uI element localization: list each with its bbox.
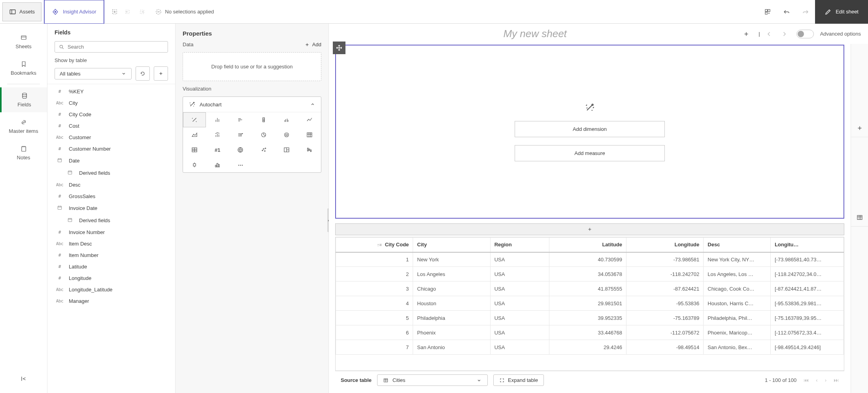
edit-sheet-button[interactable]: Edit sheet [815, 0, 868, 24]
rail-bookmarks[interactable]: Bookmarks [0, 56, 47, 81]
field-item[interactable]: #Longitude [47, 272, 175, 284]
vis-donut[interactable] [275, 127, 298, 142]
column-header[interactable]: Longitu… [770, 238, 843, 252]
vis-area[interactable] [183, 127, 206, 142]
no-selections: No selections applied [150, 8, 219, 15]
field-item[interactable]: #Cost [47, 120, 175, 132]
vis-map[interactable] [229, 142, 252, 157]
svg-point-80 [265, 148, 266, 149]
vis-kpi[interactable]: #1 [206, 142, 229, 157]
table-row[interactable]: 3ChicagoUSA41.875555-87.624421Chicago, C… [336, 282, 844, 296]
vis-bar-stacked[interactable] [252, 112, 275, 127]
add-object-below-button[interactable] [335, 223, 844, 235]
vis-line[interactable] [298, 112, 321, 127]
add-object-right-button[interactable] [851, 119, 868, 137]
table-filter-select[interactable]: All tables [55, 68, 132, 79]
visualization-object[interactable]: Add dimension Add measure [335, 45, 844, 219]
field-item[interactable]: Derived fields [47, 214, 175, 227]
vis-boxplot[interactable] [183, 157, 206, 172]
table-row[interactable]: 6PhoenixUSA33.446768-112.075672Phoenix, … [336, 325, 844, 340]
data-drop-zone[interactable]: Drop field to use or for a suggestion [183, 52, 321, 81]
rail-fields[interactable]: Fields [0, 87, 47, 112]
field-item[interactable]: Derived fields [47, 167, 175, 179]
add-measure-button[interactable]: Add measure [515, 145, 665, 161]
refresh-icon [140, 71, 145, 76]
column-header[interactable]: City [413, 238, 490, 252]
vis-pie[interactable] [252, 127, 275, 142]
add-data-button[interactable]: Add [304, 42, 321, 47]
vis-pivot[interactable] [183, 142, 206, 157]
field-item[interactable]: #Latitude [47, 261, 175, 272]
table-filter-value: All tables [60, 71, 81, 77]
add-field-button[interactable] [154, 66, 168, 81]
field-item[interactable]: AbcManager [47, 295, 175, 307]
field-item[interactable]: AbcItem Desc [47, 238, 175, 249]
field-item[interactable]: AbcLongitude_Latitude [47, 284, 175, 295]
insight-label: Insight Advisor [63, 9, 96, 15]
field-item[interactable]: #City Code [47, 109, 175, 120]
rail-sheets[interactable]: Sheets [0, 29, 47, 54]
object-move-handle[interactable] [333, 42, 345, 54]
rail-master-items-label: Master items [9, 128, 38, 134]
column-header[interactable]: Region [490, 238, 549, 252]
table-row[interactable]: 4HoustonUSA29.981501-95.53836Houston, Ha… [336, 296, 844, 311]
refresh-fields-button[interactable] [136, 66, 150, 81]
field-item[interactable]: #%KEY [47, 86, 175, 97]
svg-rect-13 [21, 36, 26, 40]
table-row[interactable]: 7San AntonioUSA29.4246-98.49514San Anton… [336, 340, 844, 355]
vis-more[interactable]: ⋯ [229, 157, 252, 172]
source-table-select[interactable]: Cities [377, 374, 488, 386]
visualization-select[interactable]: Autochart [183, 97, 321, 112]
field-item[interactable]: #GrossSales [47, 191, 175, 202]
field-item[interactable]: AbcCustomer [47, 132, 175, 143]
add-dimension-button[interactable]: Add dimension [515, 121, 665, 137]
rail-notes[interactable]: Notes [0, 140, 47, 165]
smart-search-icon[interactable] [110, 7, 119, 17]
vis-table[interactable] [298, 127, 321, 142]
rail-master-items[interactable]: Master items [0, 114, 47, 139]
table-row[interactable]: 1New YorkUSA40.730599-73.986581New York … [336, 252, 844, 267]
vis-histogram[interactable] [206, 157, 229, 172]
field-item[interactable]: Date [47, 155, 175, 167]
column-header[interactable]: Longitude [626, 238, 703, 252]
vis-bar-horizontal[interactable] [229, 112, 252, 127]
field-item[interactable]: #Customer Number [47, 143, 175, 155]
table-row[interactable]: 5PhiladelphiaUSA39.952335-75.163789Phila… [336, 311, 844, 325]
assets-button[interactable]: Assets [2, 2, 42, 21]
rail-notes-label: Notes [17, 155, 30, 161]
vis-scatter[interactable] [252, 142, 275, 157]
field-item[interactable]: #Invoice Number [47, 227, 175, 238]
vis-autochart[interactable] [183, 112, 206, 127]
search-input[interactable] [68, 44, 164, 50]
column-header[interactable]: ↑≡ City Code [336, 238, 413, 252]
field-item[interactable]: #Item Number [47, 249, 175, 261]
next-sheet-button [778, 28, 790, 40]
field-item[interactable]: Invoice Date [47, 202, 175, 214]
vis-combo[interactable] [206, 127, 229, 142]
vis-bar-grouped[interactable] [275, 112, 298, 127]
svg-rect-9 [765, 9, 767, 11]
vis-treemap[interactable] [275, 142, 298, 157]
column-header[interactable]: Latitude [549, 238, 626, 252]
vis-bar-vertical[interactable] [206, 112, 229, 127]
collapse-rail-button[interactable] [20, 375, 27, 384]
field-list[interactable]: #%KEYAbcCity#City Code#CostAbcCustomer#C… [47, 84, 175, 393]
insight-icon [52, 8, 59, 15]
field-item[interactable]: AbcDesc [47, 179, 175, 191]
prev-sheet-button [763, 28, 775, 40]
table-row[interactable]: 2Los AngelesUSA34.053678-118.242702Los A… [336, 267, 844, 282]
expand-table-button[interactable]: Expand table [493, 374, 544, 386]
fields-search[interactable] [55, 41, 168, 53]
vis-distribution[interactable] [229, 127, 252, 142]
insight-advisor-button[interactable]: Insight Advisor [44, 0, 104, 24]
redo-button[interactable] [796, 2, 815, 21]
advanced-options-toggle[interactable] [796, 30, 814, 38]
vis-waterfall[interactable] [298, 142, 321, 157]
table-mode-button[interactable] [851, 208, 868, 227]
column-header[interactable]: Desc [704, 238, 771, 252]
layout-grid-button[interactable] [758, 2, 777, 21]
sheet-title[interactable]: My new sheet [336, 28, 734, 40]
field-item[interactable]: AbcCity [47, 97, 175, 109]
undo-button[interactable] [777, 2, 796, 21]
add-sheet-button[interactable] [740, 28, 752, 40]
